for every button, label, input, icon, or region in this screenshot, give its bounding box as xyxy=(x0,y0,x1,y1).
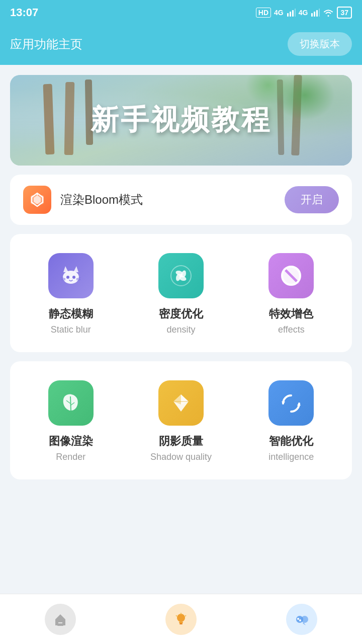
nav-item-tips[interactable] xyxy=(156,599,206,639)
svg-line-39 xyxy=(176,615,177,616)
static-blur-title: 静态模糊 xyxy=(49,306,93,321)
status-icons: HD 4G 4G 37 xyxy=(256,7,352,19)
home-icon xyxy=(52,611,68,627)
svg-point-12 xyxy=(63,271,79,284)
render-subtitle: Render xyxy=(56,452,85,462)
battery-indicator: 37 xyxy=(337,7,352,19)
intelligence-title: 智能优化 xyxy=(269,434,313,449)
feature-grid-1: 静态模糊 Static blur 密度优化 density xyxy=(10,234,352,352)
bottom-navigation xyxy=(0,594,362,644)
svg-rect-35 xyxy=(57,623,63,626)
density-icon xyxy=(158,253,204,298)
feature-item-shadow[interactable]: 阴影质量 Shadow quality xyxy=(128,369,233,471)
svg-point-16 xyxy=(72,276,75,279)
svg-point-36 xyxy=(177,614,185,622)
feature-item-effects[interactable]: 特效增色 effects xyxy=(239,242,344,344)
bloom-label: 渲染Bloom模式 xyxy=(60,192,276,208)
svg-point-43 xyxy=(297,618,299,620)
svg-rect-6 xyxy=(316,10,318,17)
hd-icon: HD xyxy=(256,8,271,18)
svg-rect-4 xyxy=(311,13,313,17)
status-bar: 13:07 HD 4G 4G 37 xyxy=(0,0,362,25)
svg-rect-37 xyxy=(179,623,183,624)
svg-line-40 xyxy=(185,615,186,616)
tutorial-banner[interactable]: 新手视频教程 xyxy=(10,75,352,166)
signal-icon-2 xyxy=(311,8,320,17)
effects-icon xyxy=(268,253,314,298)
bulb-icon xyxy=(173,611,189,627)
feature-grid-2: 图像渲染 Render 阴影质量 Shadow quality xyxy=(10,361,352,479)
static-blur-icon xyxy=(48,253,94,298)
density-subtitle: density xyxy=(166,325,195,335)
network-4g-2: 4G xyxy=(299,9,308,17)
svg-point-22 xyxy=(179,274,183,277)
signal-icon-1 xyxy=(287,8,296,17)
effects-title: 特效增色 xyxy=(269,306,313,321)
svg-line-26 xyxy=(70,396,71,411)
bloom-mode-card: 渲染Bloom模式 开启 xyxy=(10,175,352,225)
density-title: 密度优化 xyxy=(159,306,203,321)
svg-marker-13 xyxy=(63,266,68,272)
chat-icon xyxy=(294,611,310,627)
render-icon xyxy=(48,380,94,426)
render-title: 图像渲染 xyxy=(49,434,93,449)
network-4g-1: 4G xyxy=(274,9,284,17)
tips-nav-icon-wrap xyxy=(165,604,197,635)
banner-title: 新手视频教程 xyxy=(90,101,272,139)
chat-nav-icon-wrap xyxy=(286,604,317,635)
svg-rect-0 xyxy=(287,13,289,17)
intelligence-icon xyxy=(268,380,314,426)
svg-point-42 xyxy=(301,616,308,623)
shadow-title: 阴影质量 xyxy=(159,434,203,449)
home-nav-icon-wrap xyxy=(45,604,76,635)
feature-item-render[interactable]: 图像渲染 Render xyxy=(18,369,123,471)
nav-item-home[interactable] xyxy=(35,599,85,639)
svg-rect-5 xyxy=(314,12,315,17)
bloom-enable-button[interactable]: 开启 xyxy=(285,186,339,213)
svg-rect-2 xyxy=(292,10,294,17)
svg-rect-3 xyxy=(295,9,296,17)
main-content: 新手视频教程 渲染Bloom模式 开启 xyxy=(0,65,362,530)
feature-item-density[interactable]: 密度优化 density xyxy=(128,242,233,344)
intelligence-subtitle: intelligence xyxy=(268,452,314,462)
effects-subtitle: effects xyxy=(278,325,305,335)
svg-point-44 xyxy=(299,619,301,621)
feature-item-intelligence[interactable]: 智能优化 intelligence xyxy=(239,369,344,471)
shadow-subtitle: Shadow quality xyxy=(150,452,212,462)
nav-item-chat[interactable] xyxy=(277,599,327,639)
wifi-icon xyxy=(323,8,334,17)
bloom-icon xyxy=(23,186,51,214)
shadow-icon xyxy=(158,380,204,426)
page-title: 应用功能主页 xyxy=(10,36,82,52)
header: 应用功能主页 切换版本 xyxy=(0,25,362,65)
status-time: 13:07 xyxy=(10,6,38,19)
svg-rect-1 xyxy=(290,12,291,17)
svg-point-15 xyxy=(66,276,69,279)
feature-item-static-blur[interactable]: 静态模糊 Static blur xyxy=(18,242,123,344)
version-switch-button[interactable]: 切换版本 xyxy=(288,32,352,56)
svg-marker-14 xyxy=(73,266,78,272)
static-blur-subtitle: Static blur xyxy=(51,325,91,335)
svg-rect-7 xyxy=(319,9,320,17)
